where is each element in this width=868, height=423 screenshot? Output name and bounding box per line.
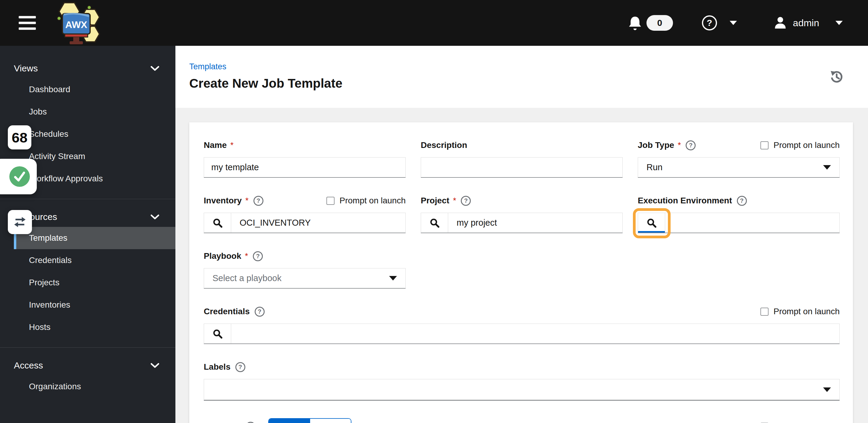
inventory-label: Inventory (204, 196, 242, 205)
help-icon[interactable]: ? (686, 140, 695, 150)
select-caret-icon (823, 165, 831, 170)
help-icon[interactable]: ? (253, 251, 263, 261)
select-caret-icon (823, 387, 831, 392)
overlay-success-card (0, 159, 37, 194)
field-variables: Variables ? YAML JSON Prompt on launch (204, 418, 840, 423)
prompt-on-launch-label: Prompt on launch (774, 422, 840, 423)
job-template-form-card: Name * Description Job Type * ? (189, 122, 853, 423)
overlay-count-badge: 68 (8, 125, 31, 150)
inventory-search-button[interactable] (204, 213, 231, 233)
grid-spacer (638, 251, 840, 289)
prompt-on-launch-checkbox[interactable] (761, 141, 769, 150)
help-dropdown-caret-icon[interactable] (730, 21, 737, 25)
field-inventory: Inventory * ? Prompt on launch (204, 195, 406, 233)
field-execution-environment: Execution Environment ? (638, 195, 840, 233)
notification-count-badge[interactable]: 0 (647, 15, 673, 31)
field-description: Description (421, 140, 623, 178)
playbook-select[interactable]: Select a playbook (204, 268, 406, 289)
name-label: Name (204, 140, 227, 150)
field-credentials: Credentials ? Prompt on launch (204, 306, 840, 344)
chevron-down-icon (151, 363, 159, 368)
prompt-on-launch-checkbox[interactable] (761, 307, 769, 316)
prompt-on-launch-checkbox[interactable] (327, 197, 335, 205)
project-input[interactable] (448, 213, 622, 233)
project-search-button[interactable] (421, 213, 448, 233)
json-toggle-button[interactable]: JSON (310, 419, 351, 423)
user-dropdown-caret-icon[interactable] (835, 21, 843, 25)
inventory-prompt-on-launch: Prompt on launch (327, 196, 406, 205)
name-input[interactable] (204, 157, 406, 178)
nav-group-access: Access Organizations (0, 347, 176, 407)
job-type-label: Job Type (638, 140, 674, 150)
credentials-prompt-on-launch: Prompt on launch (761, 307, 840, 316)
project-search-group (421, 213, 623, 233)
job-type-select[interactable]: Run (638, 157, 840, 178)
job-type-prompt-on-launch: Prompt on launch (761, 140, 840, 150)
required-asterisk: * (245, 196, 249, 205)
sidebar-item-inventories[interactable]: Inventories (0, 294, 176, 316)
labels-select[interactable] (204, 379, 840, 401)
project-label: Project (421, 196, 450, 205)
page-header: Templates Create New Job Template (176, 46, 868, 108)
execution-environment-label: Execution Environment (638, 196, 732, 205)
required-asterisk: * (678, 141, 681, 150)
help-icon[interactable]: ? (236, 362, 245, 372)
playbook-label: Playbook (204, 251, 241, 261)
overlay-swap-card (8, 210, 32, 234)
top-navbar: AWX 0 ? admin (0, 0, 868, 46)
help-icon[interactable]: ? (702, 15, 717, 30)
field-labels: Labels ? (204, 362, 840, 401)
description-input[interactable] (421, 157, 623, 178)
user-avatar-icon (774, 16, 787, 30)
labels-label: Labels (204, 362, 230, 372)
field-name: Name * (204, 140, 406, 178)
breadcrumb-templates-link[interactable]: Templates (189, 62, 226, 71)
help-icon[interactable]: ? (246, 422, 255, 423)
username-label[interactable]: admin (793, 18, 819, 29)
description-label: Description (421, 140, 467, 150)
sidebar-item-organizations[interactable]: Organizations (0, 376, 176, 398)
hamburger-menu-icon[interactable] (19, 16, 36, 30)
execution-environment-search-button[interactable] (638, 213, 665, 233)
required-asterisk: * (453, 196, 456, 205)
field-job-type: Job Type * ? Prompt on launch Run (638, 140, 840, 178)
help-icon[interactable]: ? (737, 196, 747, 206)
topbar-right: 0 ? admin (628, 15, 868, 31)
variables-label: Variables (204, 422, 241, 423)
awx-logo[interactable]: AWX (49, 0, 106, 45)
credentials-input[interactable] (231, 324, 839, 344)
page-title: Create New Job Template (189, 76, 868, 91)
prompt-on-launch-label: Prompt on launch (774, 140, 840, 150)
chevron-down-icon (151, 66, 159, 71)
sidebar-item-hosts[interactable]: Hosts (0, 316, 176, 338)
help-icon[interactable]: ? (461, 196, 471, 206)
history-icon[interactable] (830, 69, 844, 84)
sidebar-item-credentials[interactable]: Credentials (0, 249, 176, 271)
help-icon[interactable]: ? (255, 307, 265, 317)
select-caret-icon (389, 276, 397, 281)
sidebar-item-jobs[interactable]: Jobs (0, 101, 176, 123)
sidebar-item-projects[interactable]: Projects (0, 271, 176, 294)
yaml-toggle-button[interactable]: YAML (269, 419, 310, 423)
help-icon[interactable]: ? (253, 196, 264, 206)
topbar-left: AWX (0, 0, 106, 45)
nav-group-header-access[interactable]: Access (0, 356, 176, 376)
inventory-input[interactable] (231, 213, 405, 233)
search-icon (213, 218, 223, 228)
execution-environment-input[interactable] (665, 213, 839, 233)
field-project: Project * ? (421, 195, 623, 233)
success-check-icon (9, 166, 30, 187)
inventory-search-group (204, 213, 406, 233)
credentials-search-button[interactable] (204, 324, 231, 344)
search-icon (213, 329, 223, 339)
field-playbook: Playbook * ? Select a playbook (204, 251, 406, 289)
sidebar-item-templates[interactable]: Templates (14, 227, 176, 249)
search-icon (647, 218, 657, 228)
chevron-down-icon (151, 215, 159, 220)
variables-prompt-on-launch: Prompt on launch (761, 422, 840, 423)
variables-format-toggle: YAML JSON (268, 418, 351, 423)
notification-bell-icon[interactable] (628, 16, 642, 30)
nav-group-header-views[interactable]: Views (0, 59, 176, 78)
form-grid: Name * Description Job Type * ? (204, 140, 840, 423)
sidebar-item-dashboard[interactable]: Dashboard (0, 78, 176, 101)
